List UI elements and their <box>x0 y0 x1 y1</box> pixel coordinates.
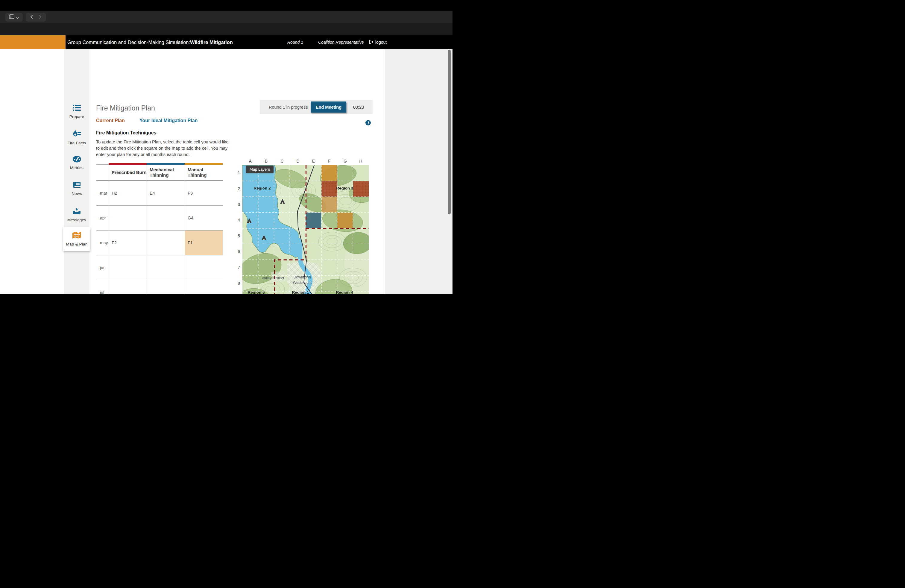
map-column-label: C <box>279 159 285 164</box>
sidebar-label: News <box>64 191 89 196</box>
forward-icon[interactable] <box>39 15 41 20</box>
tab-ideal-plan[interactable]: Your Ideal Mitigation Plan <box>140 118 197 123</box>
messages-icon <box>72 207 81 215</box>
region-label: Region 1 <box>292 290 309 294</box>
map-column-label: B <box>263 159 269 164</box>
role-indicator: Coalition Representative <box>318 35 364 49</box>
table-row: may F2 F1 <box>96 230 223 255</box>
map-row-label: 2 <box>233 186 240 191</box>
planning-map[interactable]: Region 2 Region 3 Region 5 Region 1 Regi… <box>243 165 369 294</box>
sidebar-label: Prepare <box>64 114 89 119</box>
secondary-panel <box>385 49 452 294</box>
plan-cell[interactable]: E4 <box>147 181 185 205</box>
overlay-cell-F1[interactable] <box>321 165 337 181</box>
sidebar-toggle-button[interactable] <box>5 13 23 22</box>
end-meeting-button[interactable]: End Meeting <box>311 102 346 113</box>
plan-cell-selected[interactable]: F1 <box>185 230 223 255</box>
map-column-label: D <box>295 159 301 164</box>
plan-cell[interactable] <box>147 280 185 294</box>
sidebar-label: Fire Facts <box>64 141 89 145</box>
plan-cell[interactable] <box>109 206 147 230</box>
map-plan-icon <box>72 231 81 240</box>
map-row-label: 7 <box>233 265 240 270</box>
sidebar-item-news[interactable]: News <box>64 181 89 196</box>
plan-cell[interactable]: H2 <box>109 181 147 205</box>
month-label: apr <box>96 206 109 230</box>
sidebar-item-map-plan[interactable]: Map & Plan <box>63 227 90 251</box>
map-layers-button[interactable]: Map Layers <box>246 165 273 173</box>
map-row-label: 1 <box>233 170 240 175</box>
sidebar-item-prepare[interactable]: Prepare <box>64 104 89 119</box>
map-row-label: 4 <box>233 218 240 222</box>
plan-cell[interactable] <box>185 280 223 294</box>
plan-cell[interactable] <box>147 255 185 280</box>
instructions-text: To update the Fire Mitigation Plan, sele… <box>96 139 231 158</box>
back-icon[interactable] <box>30 15 33 20</box>
map-column-label: G <box>342 159 348 164</box>
plan-cell[interactable]: F3 <box>185 181 223 205</box>
app-title-prefix: Group Communication and Decision-Making … <box>67 40 190 45</box>
tab-strip: N (9+) Website Pages Content | Website S… <box>0 23 452 35</box>
section-title: Fire Mitigation Techniques <box>96 130 157 136</box>
region-label: Region 3 <box>336 186 353 191</box>
plan-cell[interactable] <box>109 255 147 280</box>
prepare-icon <box>73 104 81 112</box>
plan-cell[interactable]: G4 <box>185 206 223 230</box>
tab-current-plan[interactable]: Current Plan <box>96 118 125 123</box>
map-row-label: 6 <box>233 249 240 254</box>
overlay-cell-G4[interactable] <box>337 213 353 229</box>
logout-label: logout <box>375 40 387 44</box>
plan-cell[interactable] <box>185 255 223 280</box>
table-row: apr G4 <box>96 206 223 230</box>
month-label: may <box>96 230 109 255</box>
sidebar-label: Messages <box>64 218 89 222</box>
column-header: Mechanical Thinning <box>147 165 185 180</box>
column-header: Prescribed Burn <box>109 165 147 180</box>
menubar <box>0 0 452 11</box>
month-label: jun <box>96 255 109 280</box>
map-row-label: 8 <box>233 281 240 286</box>
map-column-label: F <box>326 159 332 164</box>
month-label: jul <box>96 280 109 294</box>
sidebar-item-fire-facts[interactable]: Fire Facts <box>64 130 89 145</box>
sidebar-label: Map & Plan <box>63 242 90 246</box>
map-column-label: A <box>247 159 254 164</box>
sidebar-item-metrics[interactable]: Metrics <box>64 156 89 170</box>
logout-button[interactable]: logout <box>369 35 387 49</box>
sidebar-label: Metrics <box>64 165 89 170</box>
table-row: mar H2 E4 F3 <box>96 181 223 206</box>
district-label: Westmount <box>293 281 312 285</box>
table-header-row: Prescribed Burn Mechanical Thinning Manu… <box>96 165 223 181</box>
app-header: Group Communication and Decision-Making … <box>0 35 452 49</box>
plan-cell[interactable]: F2 <box>109 230 147 255</box>
round-status-text: Round 1 in progress <box>269 105 308 110</box>
app-title: Group Communication and Decision-Making … <box>67 35 233 49</box>
plan-cell[interactable] <box>109 280 147 294</box>
district-label: Valley District <box>262 276 284 280</box>
app-title-bold: Wildfire Mitigation <box>190 40 233 45</box>
info-icon[interactable]: i <box>365 120 371 126</box>
overlay-cell-F3[interactable] <box>321 197 337 213</box>
metrics-icon <box>72 156 81 164</box>
table-row: jul <box>96 280 223 294</box>
table-row: jun <box>96 255 223 280</box>
page-title: Fire Mitigation Plan <box>96 104 155 112</box>
region-label: Region 5 <box>248 290 265 294</box>
map-column-label: E <box>310 159 317 164</box>
screen: forio.com N <box>0 0 452 294</box>
fire-facts-icon <box>72 130 81 138</box>
map-column-label: H <box>358 159 364 164</box>
chevron-down-icon <box>16 15 19 20</box>
region-label: Region 2 <box>254 186 270 191</box>
browser-toolbar: forio.com <box>0 11 452 23</box>
overlay-cell-E4[interactable] <box>306 213 321 229</box>
timer-text: 00:23 <box>353 105 364 110</box>
header-accent-block <box>0 35 65 49</box>
month-label: mar <box>96 181 109 205</box>
sidebar-item-messages[interactable]: Messages <box>64 207 89 222</box>
map-row-label: 3 <box>233 202 240 207</box>
scrollbar[interactable] <box>448 50 451 215</box>
plan-cell[interactable] <box>147 206 185 230</box>
plan-cell[interactable] <box>147 230 185 255</box>
meeting-status-bar: Round 1 in progress End Meeting 00:23 <box>260 100 373 114</box>
